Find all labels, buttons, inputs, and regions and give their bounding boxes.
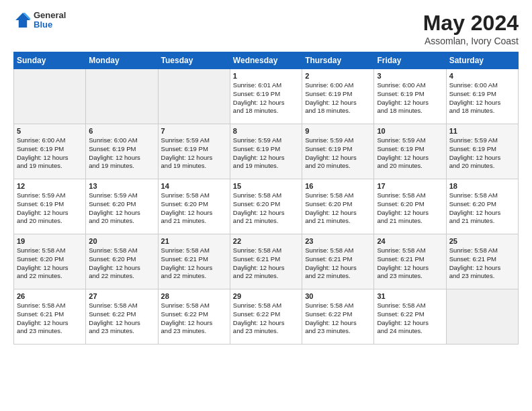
calendar-cell: 2Sunrise: 6:00 AM Sunset: 6:19 PM Daylig… xyxy=(302,69,374,124)
day-info: Sunrise: 6:01 AM Sunset: 6:19 PM Dayligh… xyxy=(233,81,299,116)
day-info: Sunrise: 5:59 AM Sunset: 6:19 PM Dayligh… xyxy=(305,136,371,171)
logo: General Blue xyxy=(13,11,66,30)
calendar-cell xyxy=(446,289,518,345)
calendar-cell: 10Sunrise: 5:59 AM Sunset: 6:19 PM Dayli… xyxy=(374,124,446,179)
day-number: 1 xyxy=(233,72,299,80)
logo-text: General Blue xyxy=(34,11,66,30)
calendar-week-row: 26Sunrise: 5:58 AM Sunset: 6:21 PM Dayli… xyxy=(14,289,519,345)
calendar-cell xyxy=(86,69,158,124)
day-number: 4 xyxy=(449,72,515,80)
calendar-cell: 3Sunrise: 6:00 AM Sunset: 6:19 PM Daylig… xyxy=(374,69,446,124)
day-number: 2 xyxy=(305,72,371,80)
day-info: Sunrise: 5:58 AM Sunset: 6:22 PM Dayligh… xyxy=(233,302,299,336)
day-number: 26 xyxy=(17,292,83,300)
calendar-cell: 17Sunrise: 5:58 AM Sunset: 6:20 PM Dayli… xyxy=(374,179,446,234)
calendar-cell: 25Sunrise: 5:58 AM Sunset: 6:21 PM Dayli… xyxy=(446,234,518,289)
day-info: Sunrise: 5:58 AM Sunset: 6:20 PM Dayligh… xyxy=(17,246,83,281)
calendar-cell: 21Sunrise: 5:58 AM Sunset: 6:21 PM Dayli… xyxy=(158,234,230,289)
day-number: 22 xyxy=(233,237,299,245)
day-number: 14 xyxy=(161,182,227,190)
calendar-cell: 6Sunrise: 6:00 AM Sunset: 6:19 PM Daylig… xyxy=(86,124,158,179)
calendar-cell: 27Sunrise: 5:58 AM Sunset: 6:22 PM Dayli… xyxy=(86,289,158,345)
day-number: 30 xyxy=(305,292,371,300)
calendar-week-row: 19Sunrise: 5:58 AM Sunset: 6:20 PM Dayli… xyxy=(14,234,519,289)
header: General Blue May 2024 Assomlan, Ivory Co… xyxy=(13,11,519,46)
calendar-cell: 11Sunrise: 5:59 AM Sunset: 6:19 PM Dayli… xyxy=(446,124,518,179)
calendar-cell: 28Sunrise: 5:58 AM Sunset: 6:22 PM Dayli… xyxy=(158,289,230,345)
calendar-header-row: SundayMondayTuesdayWednesdayThursdayFrid… xyxy=(14,52,519,69)
calendar-cell: 9Sunrise: 5:59 AM Sunset: 6:19 PM Daylig… xyxy=(302,124,374,179)
subtitle: Assomlan, Ivory Coast xyxy=(423,36,519,46)
calendar-cell xyxy=(14,69,86,124)
day-info: Sunrise: 5:58 AM Sunset: 6:20 PM Dayligh… xyxy=(305,191,371,226)
logo-icon xyxy=(13,11,32,30)
day-number: 31 xyxy=(377,292,443,300)
day-number: 13 xyxy=(89,182,154,190)
day-info: Sunrise: 5:59 AM Sunset: 6:19 PM Dayligh… xyxy=(233,136,299,171)
day-info: Sunrise: 5:58 AM Sunset: 6:22 PM Dayligh… xyxy=(377,302,443,336)
day-info: Sunrise: 5:58 AM Sunset: 6:22 PM Dayligh… xyxy=(305,302,371,336)
day-info: Sunrise: 5:59 AM Sunset: 6:20 PM Dayligh… xyxy=(89,191,154,226)
day-number: 11 xyxy=(449,127,515,135)
day-info: Sunrise: 5:58 AM Sunset: 6:22 PM Dayligh… xyxy=(161,302,227,336)
calendar-cell: 30Sunrise: 5:58 AM Sunset: 6:22 PM Dayli… xyxy=(302,289,374,345)
day-number: 23 xyxy=(305,237,371,245)
calendar-day-header: Sunday xyxy=(14,52,86,69)
calendar-cell: 7Sunrise: 5:59 AM Sunset: 6:19 PM Daylig… xyxy=(158,124,230,179)
calendar-cell: 15Sunrise: 5:58 AM Sunset: 6:20 PM Dayli… xyxy=(230,179,302,234)
day-number: 12 xyxy=(17,182,83,190)
day-info: Sunrise: 5:59 AM Sunset: 6:19 PM Dayligh… xyxy=(161,136,227,171)
calendar-day-header: Wednesday xyxy=(230,52,302,69)
day-number: 3 xyxy=(377,72,443,80)
calendar-day-header: Friday xyxy=(374,52,446,69)
day-number: 25 xyxy=(449,237,515,245)
calendar-cell: 13Sunrise: 5:59 AM Sunset: 6:20 PM Dayli… xyxy=(86,179,158,234)
day-info: Sunrise: 5:59 AM Sunset: 6:19 PM Dayligh… xyxy=(377,136,443,171)
day-number: 20 xyxy=(89,237,154,245)
day-info: Sunrise: 5:58 AM Sunset: 6:21 PM Dayligh… xyxy=(161,246,227,281)
calendar-cell: 24Sunrise: 5:58 AM Sunset: 6:21 PM Dayli… xyxy=(374,234,446,289)
page: General Blue May 2024 Assomlan, Ivory Co… xyxy=(0,0,532,411)
calendar-cell: 22Sunrise: 5:58 AM Sunset: 6:21 PM Dayli… xyxy=(230,234,302,289)
day-info: Sunrise: 5:58 AM Sunset: 6:20 PM Dayligh… xyxy=(89,246,154,281)
day-info: Sunrise: 5:58 AM Sunset: 6:20 PM Dayligh… xyxy=(449,191,515,226)
day-info: Sunrise: 5:58 AM Sunset: 6:21 PM Dayligh… xyxy=(377,246,443,281)
main-title: May 2024 xyxy=(423,11,519,36)
calendar-cell: 1Sunrise: 6:01 AM Sunset: 6:19 PM Daylig… xyxy=(230,69,302,124)
day-info: Sunrise: 5:59 AM Sunset: 6:19 PM Dayligh… xyxy=(449,136,515,171)
day-info: Sunrise: 6:00 AM Sunset: 6:19 PM Dayligh… xyxy=(17,136,83,171)
calendar-table: SundayMondayTuesdayWednesdayThursdayFrid… xyxy=(13,52,519,345)
day-number: 18 xyxy=(449,182,515,190)
day-number: 19 xyxy=(17,237,83,245)
day-number: 21 xyxy=(161,237,227,245)
day-info: Sunrise: 6:00 AM Sunset: 6:19 PM Dayligh… xyxy=(89,136,154,171)
title-block: May 2024 Assomlan, Ivory Coast xyxy=(423,11,519,46)
calendar-cell: 18Sunrise: 5:58 AM Sunset: 6:20 PM Dayli… xyxy=(446,179,518,234)
calendar-cell: 26Sunrise: 5:58 AM Sunset: 6:21 PM Dayli… xyxy=(14,289,86,345)
calendar-week-row: 12Sunrise: 5:59 AM Sunset: 6:19 PM Dayli… xyxy=(14,179,519,234)
day-number: 9 xyxy=(305,127,371,135)
calendar-cell: 20Sunrise: 5:58 AM Sunset: 6:20 PM Dayli… xyxy=(86,234,158,289)
day-info: Sunrise: 6:00 AM Sunset: 6:19 PM Dayligh… xyxy=(377,81,443,116)
calendar-cell: 23Sunrise: 5:58 AM Sunset: 6:21 PM Dayli… xyxy=(302,234,374,289)
day-number: 8 xyxy=(233,127,299,135)
day-number: 10 xyxy=(377,127,443,135)
calendar-day-header: Thursday xyxy=(302,52,374,69)
day-info: Sunrise: 5:58 AM Sunset: 6:20 PM Dayligh… xyxy=(233,191,299,226)
day-info: Sunrise: 5:58 AM Sunset: 6:22 PM Dayligh… xyxy=(89,302,154,336)
calendar-day-header: Saturday xyxy=(446,52,518,69)
calendar-cell xyxy=(158,69,230,124)
calendar-cell: 8Sunrise: 5:59 AM Sunset: 6:19 PM Daylig… xyxy=(230,124,302,179)
logo-line2: Blue xyxy=(34,20,66,30)
day-number: 5 xyxy=(17,127,83,135)
calendar-day-header: Monday xyxy=(86,52,158,69)
day-number: 16 xyxy=(305,182,371,190)
calendar-cell: 5Sunrise: 6:00 AM Sunset: 6:19 PM Daylig… xyxy=(14,124,86,179)
calendar-cell: 4Sunrise: 6:00 AM Sunset: 6:19 PM Daylig… xyxy=(446,69,518,124)
day-info: Sunrise: 5:58 AM Sunset: 6:21 PM Dayligh… xyxy=(17,302,83,336)
calendar-cell: 14Sunrise: 5:58 AM Sunset: 6:20 PM Dayli… xyxy=(158,179,230,234)
calendar-cell: 16Sunrise: 5:58 AM Sunset: 6:20 PM Dayli… xyxy=(302,179,374,234)
calendar-cell: 19Sunrise: 5:58 AM Sunset: 6:20 PM Dayli… xyxy=(14,234,86,289)
calendar-cell: 29Sunrise: 5:58 AM Sunset: 6:22 PM Dayli… xyxy=(230,289,302,345)
day-info: Sunrise: 6:00 AM Sunset: 6:19 PM Dayligh… xyxy=(305,81,371,116)
